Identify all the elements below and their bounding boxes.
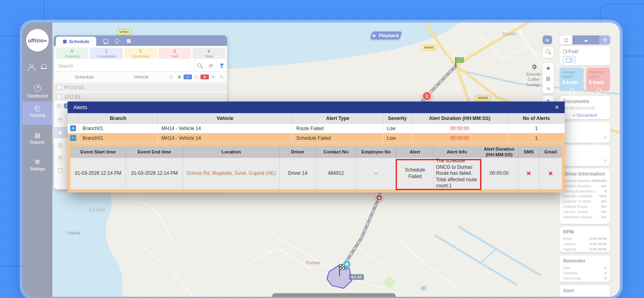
tab-driver-icon[interactable] [115,39,119,44]
stat-completed[interactable]: 1Completed [90,48,123,59]
documents-card: Documents No Record Found + Document [559,96,610,119]
location-link[interactable]: Dumas Rd, Magdalla, Surat, Gujarat (NE) [183,158,280,189]
fuel-card: Fuel [559,46,610,65]
row-checkbox[interactable] [58,130,62,135]
col-vehicle: Vehicle [134,74,149,79]
map-label-hazira: Hazira [68,230,80,235]
left-sidebar: uffizio» Dashboard Tracking ▤ Reports ⚙ … [23,23,52,297]
row-checkbox-indeterminate[interactable] [57,104,61,108]
alerts-modal: Alerts ✕ Branch Vehicle Alert Type Sever… [68,101,565,192]
fail-square-icon: ✕ [200,74,209,79]
rpm-card: RPM RPM0.00 RPM Lowest0.00 RPM Highest0.… [559,226,610,252]
map-search-button[interactable] [543,47,554,58]
filter-funnel-icon [219,64,224,68]
tab-weather[interactable]: ☁ [572,35,599,44]
schedule-grid-icon: ▦ [63,39,67,44]
gear-icon: ⚙ [603,37,607,43]
tab-panel-settings[interactable]: ⚙ [599,35,610,44]
schedule-group-row[interactable]: 1212 [0] [54,92,227,101]
add-document-link[interactable]: + Document [563,113,607,118]
playback-button[interactable]: ▶ Playback [370,31,402,39]
filter-button[interactable] [216,60,227,71]
search-icon [197,63,203,69]
sidebar-item-label: Reports [30,140,45,145]
route-stop-marker[interactable] [376,194,383,201]
fuel-pump-icon [563,50,566,54]
bottom-toast [272,293,396,297]
notifications-bell-icon[interactable] [41,64,47,70]
map-label-essar: ESSAR [89,208,106,212]
favorites-star-icon[interactable]: ★ [546,65,551,71]
row-checkbox[interactable] [58,143,62,148]
row-checkbox[interactable] [57,94,61,99]
alerts-modal-title: Alerts [73,104,87,110]
user-icon[interactable] [28,64,35,70]
playback-label: Playback [379,33,399,38]
tab-grid-icon[interactable]: ▦ [126,38,131,43]
route-end-flag-icon[interactable] [339,264,340,276]
schedule-group-row[interactable]: PTC02 [0] [54,83,227,91]
measure-route-icon[interactable]: ∿ [546,86,550,91]
refresh-icon: ⟳ [209,63,213,69]
route-icon: ∿ [209,74,217,79]
close-icon[interactable]: ✕ [555,104,559,110]
app-logo[interactable]: uffizio» [26,29,49,52]
map-tools-group: ★ ▤ ∿ [543,63,554,93]
refresh-button[interactable]: ⟳ [205,60,216,71]
email-failed-icon: ✕ [548,170,553,178]
row-checkbox[interactable] [58,168,62,173]
map-pond [421,286,426,290]
search-icon [545,50,551,55]
tab-location[interactable] [559,35,572,44]
row-checkbox[interactable] [57,85,61,89]
tracking-pin-icon [33,104,41,112]
driver-information-title: Driver Information [563,171,607,177]
vehicle-plate-badge[interactable]: GJ 12 [349,274,364,280]
search-input[interactable] [54,63,194,69]
hidden-panel-2: 0 [559,145,610,166]
alert-card: Alert [559,285,610,297]
documents-empty-text: No Record Found [563,106,607,110]
row-checkbox[interactable] [58,156,62,160]
reports-doc-icon: ▤ [35,132,40,138]
sidebar-item-tracking[interactable]: Tracking [23,101,52,125]
fuel-card-title: Fuel [563,49,607,54]
app-window: Crushh Hazira ESSAR Dumas Episode Coffee… [23,23,620,297]
collapse-panel-button[interactable]: » [543,35,552,44]
route-start-flag-icon[interactable] [455,57,456,68]
map-park [383,275,396,289]
play-icon: ▶ [373,33,376,37]
stat-fail[interactable]: 2Fail [158,48,191,59]
alert-row-collapsed[interactable]: + Branch01 MH14 - Vehicle 14 Route Faile… [68,124,565,133]
collapse-minus-icon[interactable]: − [70,135,76,141]
search-button[interactable] [194,60,205,71]
row-checkbox[interactable] [58,118,62,122]
alert-detail-row[interactable]: 31-03-2026 12:14 PM 31-03-2026 12:14 PM … [70,158,562,189]
sidebar-item-settings[interactable]: ⚙ Settings [23,155,52,174]
tab-schedule[interactable]: ▦ Schedule [56,37,96,46]
map-layers-icon[interactable]: ▤ [546,76,550,81]
stat-running[interactable]: 0Running [56,48,89,59]
alert-detail-header: Event Start time Event End time Location… [70,146,562,158]
expand-plus-icon[interactable]: + [70,125,76,131]
schedule-search-row: ⟳ [54,60,227,72]
sidebar-item-reports[interactable]: ▤ Reports [23,129,52,148]
fuel-vehicle-tab[interactable] [563,56,575,64]
maximum-speed-title: Maximum Speed [589,70,607,79]
stat-upcoming[interactable]: 3Upcoming [124,48,157,59]
stat-total[interactable]: 6Total [192,48,225,59]
documents-title: Documents [563,99,607,104]
driver-information-card: Driver Information License Number4888485… [559,168,610,224]
maximum-speed-card: Maximum Speed 0 km/h [586,68,610,91]
map-road-branch [456,23,528,66]
sidebar-item-dashboard[interactable]: Dashboard [23,81,52,101]
alert-row-expanded[interactable]: − Branch01 MH14 - Vehicle 14 Schedule Fa… [68,133,565,143]
route-point-marker[interactable]: 1 [422,91,432,101]
group-name: 1212 [0] [64,94,80,99]
sms-failed-icon: ✕ [526,170,531,178]
average-speed-value: 0 km/h [562,80,581,85]
cloud-icon: ☁ [584,37,588,43]
tab-vehicle-bus-icon[interactable] [103,39,108,44]
hidden-panel-1: 0 [559,122,610,143]
map-label-dumas: Dumas [306,260,320,265]
